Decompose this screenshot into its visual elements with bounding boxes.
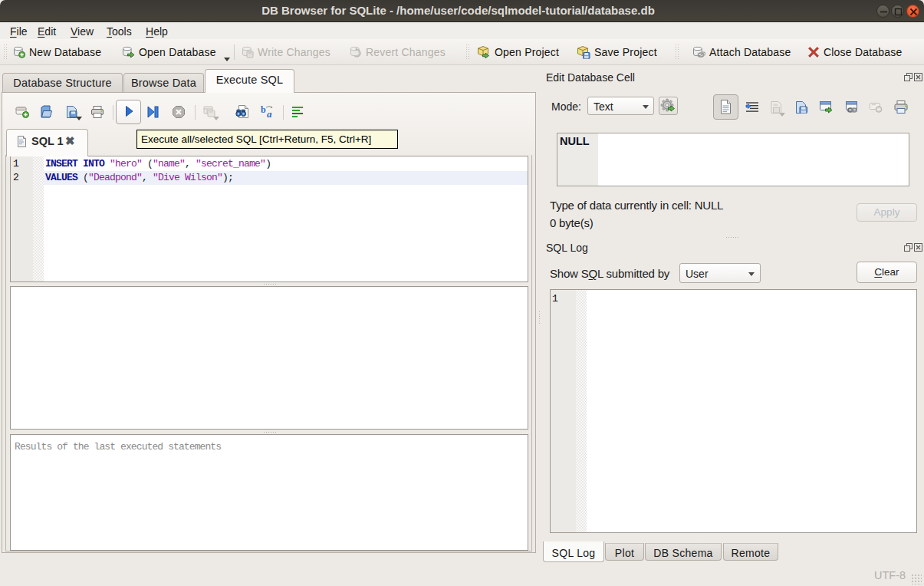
svg-text:b: b bbox=[261, 104, 266, 115]
svg-text:a: a bbox=[267, 108, 272, 120]
